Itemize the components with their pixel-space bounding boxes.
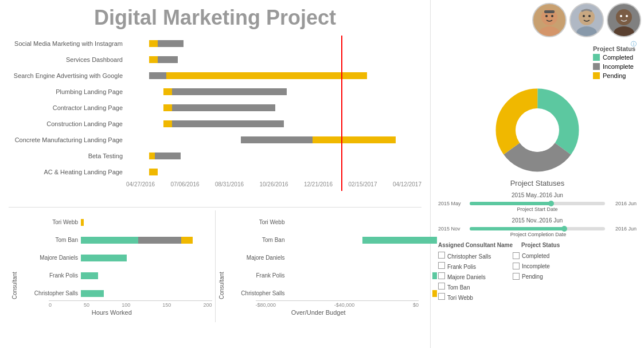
gantt-bar-area — [126, 132, 421, 148]
avatar-row — [434, 3, 641, 37]
hbar-container — [288, 272, 416, 280]
hbar-label: Christopher Salls — [24, 290, 81, 296]
hbar-label: Tori Webb — [24, 219, 81, 225]
filter-checkbox[interactable] — [438, 272, 445, 279]
filter-name-text: Frank Polis — [447, 264, 476, 270]
filter-row: Majore DanielsPending — [438, 271, 637, 281]
hbar-label: Christopher Salls — [231, 290, 288, 296]
slider2-handle[interactable] — [561, 226, 567, 232]
svg-point-7 — [583, 15, 585, 17]
hbar — [81, 272, 98, 279]
legend-container: Project Status Completed Incomplete Pend… — [434, 45, 641, 81]
filter-row: Frank PolisIncomplete — [438, 261, 637, 271]
hbar-row: Tori Webb — [231, 217, 416, 228]
gantt-row: Construction Landing Page — [9, 116, 421, 132]
filter-consultant-name: Christopher Salls — [438, 252, 513, 260]
gantt-bar — [163, 104, 275, 111]
slider2-title: 2015 Nov..2016 Jun — [438, 217, 637, 224]
gantt-row: AC & Heating Landing Page — [9, 164, 421, 180]
filter-checkbox[interactable] — [438, 262, 445, 269]
gantt-row-label: Construction Landing Page — [9, 120, 126, 127]
hbar — [432, 290, 437, 297]
filter-consultant-name: Tom Ban — [438, 283, 513, 291]
incomplete-label: Incomplete — [603, 63, 634, 70]
hbar-label: Majore Daniels — [231, 255, 288, 261]
left-panel: Digital Marketing Project Social Media M… — [0, 0, 430, 348]
filter-checkbox[interactable] — [438, 252, 445, 259]
donut-title: Project Statuses — [434, 179, 641, 187]
gantt-row-label: AC & Heating Landing Page — [9, 169, 126, 175]
hbar-label: Tom Ban — [231, 237, 288, 243]
avatar-2 — [569, 3, 604, 37]
hbar-container — [81, 272, 209, 280]
hbar-label: Majore Daniels — [24, 255, 81, 261]
slider1-handle[interactable] — [548, 201, 554, 206]
hbar-label: Frank Polis — [231, 272, 288, 279]
slider2-section: 2015 Nov..2016 Jun 2015 Nov Project Comp… — [434, 216, 641, 235]
gantt-bar — [163, 88, 287, 95]
slider1-fill — [470, 202, 551, 205]
main-container: Digital Marketing Project Social Media M… — [0, 0, 644, 348]
hbar-row: Tom Ban — [231, 234, 416, 246]
gantt-bar-area — [126, 84, 421, 100]
hbar-row: Tom Ban — [24, 234, 209, 246]
x-axis-label: 100 — [122, 302, 130, 308]
slider1-title: 2015 May..2016 Jun — [438, 192, 637, 198]
completed-label: Completed — [603, 54, 633, 61]
filter-status-item: Pending — [513, 273, 570, 280]
avatar-1 — [532, 3, 567, 37]
legend-completed: Completed — [593, 54, 635, 61]
gantt-row: Services Dashboard — [9, 52, 421, 68]
slider1-section: 2015 May..2016 Jun 2015 May Project Star… — [434, 190, 641, 210]
today-line — [341, 36, 342, 191]
hbar-container — [81, 236, 209, 244]
filter-name-text: Majore Daniels — [447, 274, 486, 280]
svg-point-12 — [626, 15, 628, 17]
slider1-track[interactable]: Project Start Date — [470, 202, 605, 205]
svg-point-5 — [579, 9, 595, 25]
slider2-left-label: 2015 Nov — [438, 226, 470, 232]
donut-svg — [491, 84, 583, 176]
gantt-bar — [163, 104, 172, 111]
filter-status-checkbox[interactable] — [513, 273, 520, 280]
x-axis-label: 200 — [203, 302, 212, 308]
svg-point-3 — [551, 15, 553, 17]
budget-y-label: Consultant — [218, 210, 225, 299]
bottom-charts: Consultant Tori WebbTom BanMajore Daniel… — [9, 208, 421, 322]
filter-checkbox[interactable] — [438, 283, 445, 290]
gantt-axis-label: 04/12/2017 — [393, 181, 421, 187]
gantt-bar-area — [126, 68, 421, 84]
filter-header: Assigned Consultant Name Project Status — [438, 242, 637, 248]
gantt-bar-area — [126, 164, 421, 180]
hbar-container — [288, 218, 416, 226]
hbar — [432, 272, 437, 279]
slider1-row: 2015 May Project Start Date 2016 Jun — [438, 199, 637, 208]
gantt-row: Beta Testing — [9, 148, 421, 164]
filter-col2-header: Project Status — [521, 242, 579, 248]
svg-point-11 — [620, 15, 622, 17]
budget-chart: Consultant Tori WebbTom BanMajore Daniel… — [216, 210, 422, 322]
filter-status-checkbox[interactable] — [513, 263, 520, 269]
filter-checkbox[interactable] — [438, 293, 445, 300]
filter-status-checkbox[interactable] — [513, 252, 520, 259]
slider2-row: 2015 Nov Project Completion Date 2016 Ju… — [438, 224, 637, 233]
filter-row: Christopher SallsCompleted — [438, 251, 637, 261]
hbar-container — [288, 236, 416, 244]
legend-area: Project Status Completed Incomplete Pend… — [593, 45, 635, 81]
gantt-axis-label: 02/15/2017 — [348, 181, 377, 187]
incomplete-dot — [593, 63, 600, 70]
filter-consultant-name: Majore Daniels — [438, 272, 513, 280]
gantt-axis-label: 08/31/2016 — [215, 181, 244, 187]
gantt-axis-label: 12/21/2016 — [304, 181, 333, 187]
pending-dot — [593, 72, 600, 79]
slider2-track[interactable]: Project Completion Date — [470, 227, 605, 230]
project-status-legend-title: Project Status — [593, 45, 635, 52]
gantt-bar — [149, 56, 158, 63]
slider1-right-label: 2016 Jun — [605, 201, 637, 206]
hbar — [81, 237, 138, 244]
filter-row: Tom Ban — [438, 281, 637, 292]
gantt-row-label: Social Media Marketing with Instagram — [9, 40, 126, 47]
hbar-row: Majore Daniels — [24, 252, 209, 264]
completed-dot — [593, 54, 600, 61]
gantt-bar — [163, 88, 172, 95]
